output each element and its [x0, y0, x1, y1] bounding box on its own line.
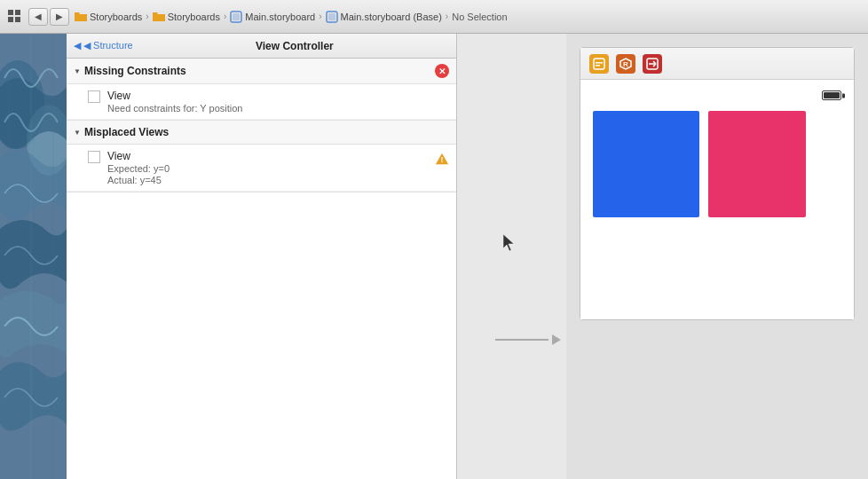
- svg-rect-1: [15, 10, 20, 15]
- grid-icon[interactable]: [7, 9, 23, 25]
- cursor-arrow: [503, 234, 517, 255]
- battery-fill: [824, 92, 840, 98]
- no-selection-text: No Selection: [452, 12, 507, 22]
- first-responder-icon[interactable]: R: [616, 54, 635, 74]
- svg-rect-0: [8, 10, 13, 15]
- svg-rect-17: [594, 59, 604, 69]
- svg-rect-3: [15, 17, 20, 22]
- breadcrumb: Storyboards › Storyboards › Main.storybo…: [75, 11, 508, 23]
- exit-icon[interactable]: [643, 54, 662, 74]
- collapse-triangle-icon-2: ▼: [74, 129, 81, 136]
- svg-text:R: R: [623, 60, 628, 68]
- svg-rect-18: [596, 62, 603, 64]
- item-checkbox: [88, 90, 100, 103]
- folder-icon-2: [153, 11, 165, 23]
- item-name-2: View: [107, 150, 428, 162]
- canvas-empty-area: [457, 34, 566, 479]
- svg-rect-5: [233, 13, 240, 20]
- nav-buttons: ◀ ▶: [28, 8, 69, 26]
- misplaced-views-section: ▼ Misplaced Views View Expected: y=0 Act…: [67, 121, 456, 192]
- item-checkbox-2: [88, 151, 100, 163]
- svg-text:!: !: [441, 155, 444, 164]
- missing-constraints-label: Missing Constraints: [84, 65, 431, 77]
- item-content-2: View Expected: y=0 Actual: y=45: [107, 150, 428, 185]
- storyboard-file-icon-1: [230, 11, 242, 23]
- breadcrumb-item-storyboards1[interactable]: Storyboards: [75, 11, 142, 23]
- arrow-head-icon: [552, 334, 561, 345]
- sidebar-background: [0, 34, 67, 479]
- misplaced-views-header[interactable]: ▼ Misplaced Views: [67, 121, 456, 145]
- sidebar-art: [0, 34, 67, 479]
- sep-4: ›: [446, 12, 448, 21]
- view-controller-icon[interactable]: [589, 54, 609, 74]
- missing-constraint-item-view[interactable]: View Need constraints for: Y position: [67, 84, 456, 120]
- error-badge: ✕: [435, 64, 449, 78]
- blue-view[interactable]: [593, 111, 699, 217]
- breadcrumb-item-storyboards2[interactable]: Storyboards: [153, 11, 220, 23]
- svg-rect-7: [328, 13, 335, 20]
- svg-rect-19: [596, 65, 600, 67]
- structure-label: ◀ Structure: [83, 40, 133, 51]
- breadcrumb-item-main-storyboard[interactable]: Main.storyboard: [230, 11, 315, 23]
- vc-icons: R: [589, 54, 662, 74]
- pink-view[interactable]: [708, 111, 806, 217]
- folder-icon-1: [75, 11, 87, 23]
- sep-2: ›: [224, 12, 226, 21]
- issue-panel-toolbar: ◀ ◀ Structure View Controller: [67, 34, 456, 59]
- item-description: Need constraints for: Y position: [107, 103, 449, 114]
- misplaced-view-item[interactable]: View Expected: y=0 Actual: y=45 !: [67, 145, 456, 192]
- svg-marker-16: [503, 234, 514, 251]
- back-button[interactable]: ◀: [28, 8, 48, 26]
- sep-1: ›: [146, 12, 148, 21]
- collapse-triangle-icon: ▼: [74, 67, 81, 75]
- breadcrumb-item-main-storyboard-base[interactable]: Main.storyboard (Base): [326, 11, 442, 23]
- svg-rect-2: [8, 17, 13, 22]
- missing-constraints-header[interactable]: ▼ Missing Constraints ✕: [67, 59, 456, 84]
- error-x-icon: ✕: [438, 67, 446, 76]
- forward-button[interactable]: ▶: [50, 8, 69, 26]
- status-bar: [589, 89, 845, 102]
- storyboard-file-icon-2: [326, 11, 338, 23]
- missing-constraints-section: ▼ Missing Constraints ✕ View Need constr…: [67, 59, 456, 121]
- panel-title: View Controller: [140, 40, 449, 52]
- battery-icon: [822, 90, 841, 100]
- iphone-frame: R: [580, 47, 855, 320]
- issue-panel: ◀ ◀ Structure View Controller ▼ Missing …: [67, 34, 457, 479]
- structure-back-button[interactable]: ◀ ◀ Structure: [74, 40, 133, 51]
- warning-badge: !: [435, 152, 449, 166]
- iphone-screen: [580, 80, 854, 319]
- item-name: View: [107, 90, 449, 102]
- canvas-panel: R: [566, 34, 868, 479]
- iphone-toolbar: R: [580, 48, 854, 80]
- item-expected: Expected: y=0: [107, 163, 428, 174]
- entry-arrow: [495, 334, 561, 345]
- misplaced-views-label: Misplaced Views: [84, 126, 449, 138]
- main-area: ◀ ◀ Structure View Controller ▼ Missing …: [0, 34, 868, 479]
- arrow-line: [495, 339, 548, 341]
- views-container: [589, 107, 845, 221]
- item-content: View Need constraints for: Y position: [107, 90, 449, 114]
- back-chevron-icon: ◀: [74, 40, 81, 51]
- sep-3: ›: [319, 12, 321, 21]
- main-toolbar: ◀ ▶ Storyboards › Storyboards ›: [0, 0, 868, 34]
- item-actual: Actual: y=45: [107, 175, 428, 185]
